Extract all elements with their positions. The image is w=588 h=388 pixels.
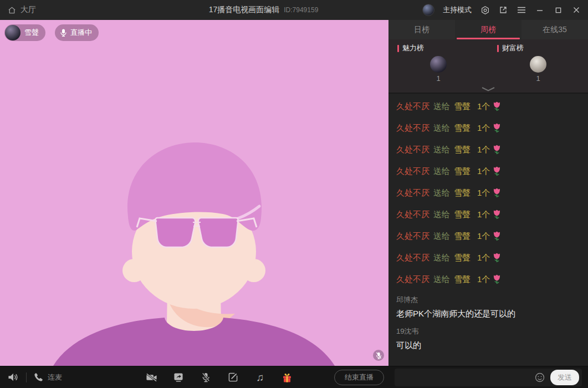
home-label: 大厅 [21, 5, 36, 15]
chat-input-wrap: 发送 [395, 369, 582, 386]
gift-recipient[interactable]: 雪聲 [454, 253, 471, 263]
connect-mic-button[interactable]: 连麦 [34, 372, 62, 382]
wealth-board-title: 财富榜 [502, 43, 524, 53]
tulip-icon [493, 274, 501, 285]
tulip-icon [493, 101, 501, 112]
chat-input[interactable] [400, 373, 533, 381]
streamer-badge[interactable]: 雪聲 [4, 24, 45, 41]
chat-message-list[interactable]: 久处不厌 送给 雪聲 1个 [388, 93, 588, 366]
camera-off-icon[interactable] [145, 371, 157, 384]
mic-muted-icon[interactable] [200, 371, 212, 384]
gift-action: 送给 [433, 166, 450, 177]
gift-amount: 1个 [477, 210, 490, 220]
home-icon [7, 5, 17, 15]
host-mode-label: 主持模式 [443, 5, 472, 15]
gift-sender[interactable]: 久处不厌 [396, 166, 430, 177]
gift-amount: 1个 [477, 101, 490, 112]
home-button[interactable]: 大厅 [7, 5, 36, 15]
streamer-name: 雪聲 [24, 28, 45, 38]
wealth-top-avatar[interactable] [530, 56, 546, 73]
gift-amount: 1个 [477, 274, 490, 285]
wealth-board-header: 财富榜 [497, 43, 524, 53]
minimize-button[interactable] [535, 5, 545, 15]
gift-recipient[interactable]: 雪聲 [454, 274, 471, 285]
tulip-icon [493, 231, 501, 242]
send-button[interactable]: 发送 [550, 370, 579, 385]
emoji-icon [535, 372, 545, 382]
gift-recipient[interactable]: 雪聲 [454, 210, 471, 220]
gift-message: 久处不厌 送给 雪聲 1个 [396, 252, 580, 264]
gift-recipient[interactable]: 雪聲 [454, 101, 471, 112]
side-panel: 日榜 周榜 在线35 魅力榜 1 财富榜 [388, 20, 588, 366]
popout-icon[interactable] [498, 5, 508, 15]
gift-sender[interactable]: 久处不厌 [396, 253, 430, 263]
chat-sender-name[interactable]: 19沈韦 [396, 326, 580, 336]
collapse-ranks-button[interactable] [480, 85, 497, 92]
gift-recipient[interactable]: 雪聲 [454, 166, 471, 177]
gift-sender[interactable]: 久处不厌 [396, 188, 430, 198]
menu-icon[interactable] [517, 5, 526, 15]
tulip-icon [493, 188, 501, 198]
rank-boards: 魅力榜 1 财富榜 1 [388, 39, 588, 93]
wealth-top-rank: 1 [536, 74, 540, 83]
gift-amount: 1个 [477, 188, 490, 198]
gift-recipient[interactable]: 雪聲 [454, 231, 471, 242]
chat-input-area: 发送 [388, 366, 588, 388]
charm-top-rank: 1 [436, 74, 440, 83]
end-live-button[interactable]: 结束直播 [334, 370, 384, 385]
gift-action: 送给 [433, 188, 450, 198]
settings-icon[interactable] [480, 5, 490, 15]
gift-action: 送给 [433, 123, 450, 134]
gift-sender[interactable]: 久处不厌 [396, 123, 430, 134]
mic-icon [60, 29, 67, 37]
close-button[interactable] [571, 5, 581, 15]
chat-message: 邱博杰 老师PK个湖南师大的还是可以的 [396, 295, 580, 319]
gift-icon[interactable] [281, 371, 293, 384]
divider [26, 372, 27, 382]
gift-recipient[interactable]: 雪聲 [454, 145, 471, 155]
edit-icon[interactable] [227, 371, 239, 384]
tab-weekly-rank[interactable]: 周榜 [455, 20, 521, 39]
user-avatar[interactable] [422, 4, 434, 16]
gift-sender[interactable]: 久处不厌 [396, 210, 430, 220]
gift-sender[interactable]: 久处不厌 [396, 101, 430, 112]
tool-icons: ♫ [145, 371, 293, 384]
tab-online[interactable]: 在线35 [521, 20, 588, 39]
titlebar-actions: 主持模式 [422, 4, 581, 16]
mic-muted-icon [376, 352, 382, 359]
charm-board: 魅力榜 1 [388, 39, 488, 93]
gift-sender[interactable]: 久处不厌 [396, 145, 430, 155]
emoji-button[interactable] [533, 371, 546, 384]
gift-recipient[interactable]: 雪聲 [454, 188, 471, 198]
chat-sender-name[interactable]: 邱博杰 [396, 295, 580, 305]
tulip-icon [493, 123, 501, 134]
stream-preview: 雪聲 直播中 [0, 20, 388, 366]
rank-tabs: 日榜 周榜 在线35 [388, 20, 588, 39]
gift-sender[interactable]: 久处不厌 [396, 231, 430, 242]
tab-daily-rank[interactable]: 日榜 [388, 20, 455, 39]
music-icon[interactable]: ♫ [254, 371, 266, 384]
charm-board-title: 魅力榜 [402, 43, 424, 53]
gift-message: 久处不厌 送给 雪聲 1个 [396, 230, 580, 243]
connect-mic-label: 连麦 [48, 372, 62, 382]
gift-sender[interactable]: 久处不厌 [396, 274, 430, 285]
speaker-icon[interactable] [7, 371, 19, 384]
live-studio-window: 大厅 17播音电视画面编辑 ID:7949159 主持模式 [0, 0, 588, 388]
maximize-button[interactable] [553, 5, 563, 15]
tulip-icon [493, 253, 501, 263]
gift-message: 久处不厌 送给 雪聲 1个 [396, 122, 580, 135]
screen-share-icon[interactable] [172, 371, 185, 384]
chat-message-text: 可以的 [396, 340, 580, 351]
gift-amount: 1个 [477, 253, 490, 263]
gift-recipient[interactable]: 雪聲 [454, 123, 471, 134]
gift-amount: 1个 [477, 145, 490, 155]
room-id: ID:7949159 [284, 6, 318, 14]
chat-message: 19沈韦 可以的 [396, 326, 580, 351]
chevron-down-icon [481, 86, 495, 91]
charm-top-avatar[interactable] [430, 56, 447, 73]
stream-badges: 雪聲 直播中 [4, 24, 99, 41]
phone-icon [34, 372, 43, 382]
stream-mic-muted-indicator[interactable] [373, 350, 384, 361]
live-status-badge: 直播中 [55, 24, 99, 41]
tulip-icon [493, 210, 501, 220]
